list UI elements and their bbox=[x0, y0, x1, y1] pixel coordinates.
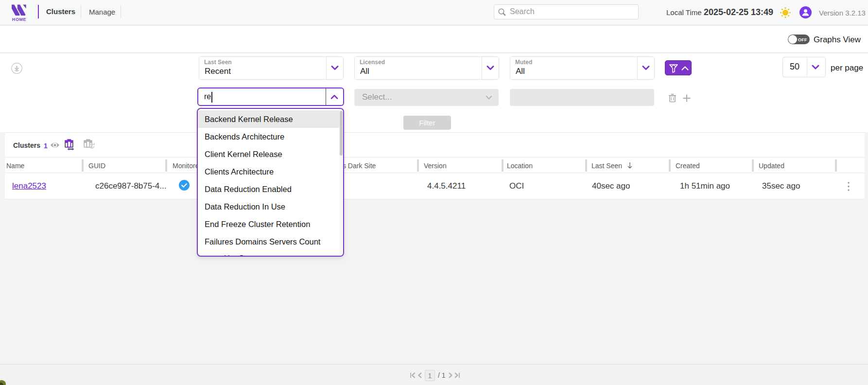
svg-text:HOME: HOME bbox=[12, 17, 26, 22]
